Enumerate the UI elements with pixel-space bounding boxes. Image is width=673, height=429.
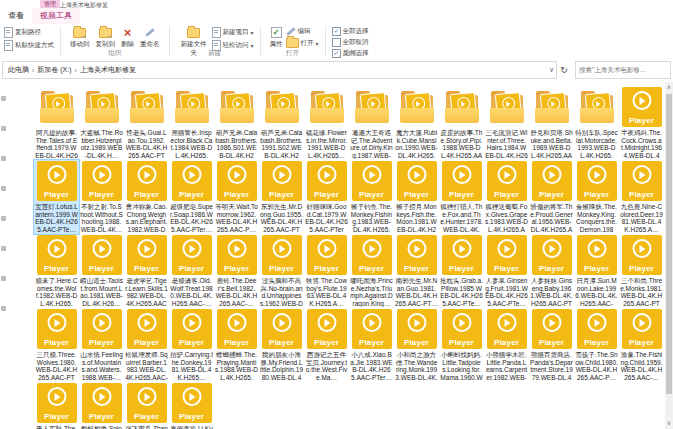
file-item[interactable]: Player螳螂捕蝉.The.Praying.Mantis.1988.WEB-D… xyxy=(214,308,259,382)
file-item[interactable]: Player抢枕头.Grab.a.Pillow.1985.WEB-DL.4K.H… xyxy=(439,234,484,308)
scroll-up-icon[interactable]: ∧ xyxy=(665,82,673,92)
file-item[interactable]: Player狼来了.Here.Comes.the.Wolf.1982.WEB-D… xyxy=(34,234,79,308)
video-player-thumbnail: Player xyxy=(127,309,167,349)
file-item[interactable]: Player宝莲灯.Lotus.Lantern.1999.WEB-DL.4K.H… xyxy=(34,160,79,234)
select-none-button[interactable]: 全部取消 xyxy=(332,38,369,47)
file-item[interactable]: Player半夜鸡叫.The.Cock.Crows.at.Midnight.19… xyxy=(619,86,664,160)
file-item[interactable]: Player人参娃娃.Ginseng.Baby.1961.WEB-DL.4K.H… xyxy=(529,234,574,308)
copy-path-button[interactable]: 复制路径 xyxy=(4,27,54,38)
open-button[interactable]: 打开 ▾ xyxy=(286,38,319,48)
file-item[interactable]: Player怪老头.Guai.Lao.Tou.1992.WEB-DL.4K.H2… xyxy=(124,86,169,160)
file-item[interactable]: Player好猫咪咪.Good.Cat.1979.WEB-DL.4K.H265.… xyxy=(304,160,349,234)
nav-item-icon[interactable] xyxy=(1,246,6,251)
search-input[interactable]: 搜索"上海美术电影修… xyxy=(575,61,671,79)
refresh-icon[interactable]: ↻ xyxy=(557,65,571,75)
file-item[interactable]: Player小熊猫学木匠.Little.Panda.Learns.Carpent… xyxy=(484,308,529,382)
file-label: 狐狸打猎人.The.Fox.and.The.Hunter.1978.WEB-DL… xyxy=(440,203,483,233)
breadcrumb-folder[interactable]: 上海美术电影修复 xyxy=(77,65,139,75)
file-item[interactable]: Player超级肥皂.Super.Soap.1986.WEB-DL.4K.H26… xyxy=(169,160,214,234)
file-item[interactable]: Player东郭先生.Mr.Dong.Guo.1955.WEB-DL.4K.H2… xyxy=(259,160,304,234)
file-item[interactable]: Player哪吒闹海.Prince.Nezha's.Triumph.Agains… xyxy=(349,234,394,308)
file-item[interactable]: Player镜花缘.Flowers.in.the.Mirror.1991.WEB… xyxy=(304,86,349,160)
file-item[interactable]: Player魔方大厦.Rubik.Cube.Mansion.1990.WEB-D… xyxy=(394,86,439,160)
file-item[interactable]: Player人参果.Ginseng.Fruit.1981.WEB-DL.4K.H… xyxy=(484,234,529,308)
nav-item-icon[interactable] xyxy=(1,276,6,281)
file-item[interactable]: Player小八戒.Xiao.Ba.Jie.1983.WEB-DL.4K.H26… xyxy=(349,308,394,382)
file-item[interactable]: Player雪孩子.The.Snow.Child.1980.WEB-DL.4K.… xyxy=(574,308,619,382)
tab-view[interactable]: 查看 xyxy=(0,8,32,24)
new-item-button[interactable]: 新建项目 ▾ xyxy=(212,27,254,38)
edit-button[interactable]: 编辑 xyxy=(286,27,319,36)
file-item[interactable]: Player老虎学艺.Tiger.Learn.Skills.1982.WEB-D… xyxy=(124,234,169,308)
file-item[interactable]: Player金猴降妖.The.Monkey.King.Conquers.the.… xyxy=(574,160,619,234)
nav-item-icon[interactable] xyxy=(1,306,6,311)
video-player-thumbnail: Player xyxy=(487,309,527,349)
file-item[interactable]: Player葫芦兄弟.Calabash.Brothers.1986.S01.WE… xyxy=(214,86,259,160)
file-item[interactable]: Player抬驴.Carrying.the.Donkey.1981.WEB-DL… xyxy=(169,308,214,382)
file-item[interactable]: Player南郭先生.Mr.Nan.Guo.1981.WEB-DL.4K.H26… xyxy=(394,234,439,308)
nav-item-icon[interactable] xyxy=(1,126,6,131)
address-dropdown-icon[interactable]: ∨ xyxy=(549,66,554,74)
folder-icon: Player xyxy=(488,87,526,127)
copy-to-button[interactable]: → 复制到 xyxy=(93,25,119,49)
file-item[interactable]: Player小蝌蚪找妈妈.Little.Tadpoles.Looking.for… xyxy=(439,308,484,382)
file-item[interactable]: Player张飞审瓜.Zhang.Fei.Judg… xyxy=(124,382,169,429)
file-item[interactable]: Player三毛流浪记.Winter.of.Three.Hairs.1984.W… xyxy=(484,86,529,160)
play-icon xyxy=(452,165,471,184)
move-to-button[interactable]: → 移动到 xyxy=(67,25,93,49)
file-item[interactable]: Player曹冲称象.Cao.Chong.Weighs.an.Elephant.… xyxy=(124,160,169,234)
file-item[interactable]: Player大盗贼.The.Robber.Hotzenplotz.1989.WE… xyxy=(79,86,124,160)
file-item[interactable]: Player日月潭.Sun.Moon.Lake.1996.WEB-DL.4K.H… xyxy=(574,234,619,308)
file-item[interactable]: Player没头脑和不高兴.No-brain.and.Unhappiness.1… xyxy=(259,234,304,308)
file-item[interactable]: Player狐狸送葡萄.Fox.Gives.Grapes.1983.WEB-DL… xyxy=(484,160,529,234)
file-item[interactable]: Player狐狸打猎人.The.Fox.and.The.Hunter.1978.… xyxy=(439,160,484,234)
breadcrumb-drive[interactable]: 新加卷 (X:) xyxy=(34,65,74,75)
file-item[interactable]: Player熊猫百货商店.Panda's.Department.Store.19… xyxy=(529,308,574,382)
file-item[interactable]: Player舒克和贝塔.Shuke.and.Beita.1989.WEB-DL.… xyxy=(529,86,574,160)
nav-item-icon[interactable] xyxy=(1,216,6,221)
breadcrumb-this-pc[interactable]: 此电脑 xyxy=(5,65,32,75)
file-item[interactable]: Player老狼请客.Old.Wolf.Treat.1980.WEB-DL.4K… xyxy=(169,234,214,308)
nav-item-icon[interactable] xyxy=(1,96,6,101)
scroll-down-icon[interactable]: ∨ xyxy=(665,418,673,428)
file-item[interactable]: Player猴子钓鱼.The.Monkey.Fishing.1983.WEB-D… xyxy=(349,160,394,234)
file-item[interactable]: Player皮皮的故事.The.Story.of.Pipi.1988.WEB-D… xyxy=(439,86,484,160)
file-item[interactable]: Player小和尚之游方僧.The.Wandering.Monk.1993.WE… xyxy=(394,308,439,382)
file-item[interactable]: Player渔童.The.Fishing.Child.1959.WEB-DL.4… xyxy=(619,308,664,382)
file-item[interactable]: Player三只狼.Three.Wolves.1980.WEB-DL.4K.H2… xyxy=(34,308,79,382)
delete-button[interactable]: × 删除 xyxy=(118,25,137,49)
file-item[interactable]: Player真假李逵.Li.Kui.and.Li.Gui… xyxy=(169,382,214,429)
properties-button[interactable]: ✓ 属性 xyxy=(267,25,286,49)
file-item[interactable]: Player牧笛.The.Cowboy's.Flute.1963.WEB-DL.… xyxy=(304,234,349,308)
file-item[interactable]: Player不射之射.To.Shoot.Without.Shooting.198… xyxy=(79,160,124,234)
file-item[interactable]: Player鹬蚌相争.Snipe-Clam.Gra… xyxy=(79,382,124,429)
breadcrumb[interactable]: 此电脑 › 新加卷 (X:) › 上海美术电影修复 ∨ xyxy=(2,61,557,79)
file-item[interactable]: Player西游记之五件宝贝.Journey.to.the.West.Five.… xyxy=(304,308,349,382)
file-item[interactable]: Player九色鹿.Nine-Colored.Deer.1981.WEB-DL.… xyxy=(619,160,664,234)
file-item[interactable]: Player我的朋友小海豚.My.Friend.Little.Dolphin.1… xyxy=(259,308,304,382)
nav-item-icon[interactable] xyxy=(1,186,6,191)
file-item[interactable]: Player崂山道士.Taoist.from.Mount.Lao.1981.WE… xyxy=(79,234,124,308)
file-item[interactable]: Player特别车队.Special.Motorcade.1993.WEB-DL… xyxy=(574,86,619,160)
file-item[interactable]: Player葫芦兄弟.Calabash.Brothers.1991.S02.WE… xyxy=(259,86,304,160)
file-item[interactable]: Player猴子捞月.Monkeys.Fish.the.Moon.1981.WE… xyxy=(394,160,439,234)
file-item[interactable]: Player邋遢大王奇遇记.The.Adventure.of.Dirty.Kin… xyxy=(349,86,394,160)
file-item[interactable]: Player等明天.Wait.Tomorrow.1962.WEB-DL.4K.H… xyxy=(214,160,259,234)
file-item[interactable]: Player山水情.Feelings.of.Mountains.and.Wate… xyxy=(79,308,124,382)
vertical-scrollbar[interactable]: ∧ ∨ xyxy=(665,82,673,429)
scrollbar-thumb[interactable] xyxy=(666,94,672,394)
file-item[interactable]: Player鹿铃.The.Deer's.Bell.1982.WEB-DL.4K.… xyxy=(214,234,259,308)
file-item[interactable]: Player愚人买鞋.The.Fool.Buy.Sh… xyxy=(34,382,79,429)
file-item[interactable]: Player骄傲的将军.The.Proud.General.1956.WEB-D… xyxy=(529,160,574,234)
nav-item-icon[interactable] xyxy=(1,156,6,161)
file-label: 鹿铃.The.Deer's.Bell.1982.WEB-DL.4K.H265.A… xyxy=(215,277,258,307)
select-all-button[interactable]: ✓ 全部选择 xyxy=(332,27,369,36)
file-item[interactable]: Player黑猫警长.Inspector.Black.Cat.1984.WEB-… xyxy=(169,86,214,160)
file-item[interactable]: Player阿凡提的故事.The.Tales.of.Effendi.1979.W… xyxy=(34,86,79,160)
rename-button[interactable]: 重命名 xyxy=(137,25,163,49)
paste-shortcut-button[interactable]: 粘贴快捷方式 xyxy=(4,40,54,51)
tab-video-tools[interactable]: 视频工具 xyxy=(32,8,80,24)
play-icon xyxy=(587,239,606,258)
file-item[interactable]: Player三个和尚.Three.Monks.1981.WEB-DL.4K.H2… xyxy=(619,234,664,308)
file-item[interactable]: Player松鼠理发师.Squirrel.Barber.1983.WEB-DL.… xyxy=(124,308,169,382)
